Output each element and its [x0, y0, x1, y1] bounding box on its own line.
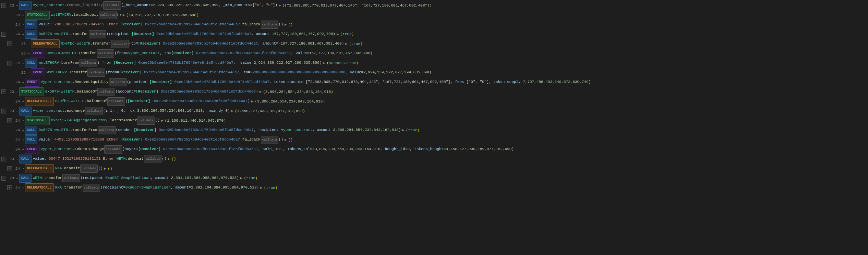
expand-btn-7[interactable]: − — [7, 61, 12, 65]
expand-btn-4[interactable]: − — [1, 32, 6, 37]
badge-staticcall-2: STATICCALL — [25, 11, 50, 20]
depth-10: 23 — [7, 88, 14, 96]
trace-row-18: + 24 → DELEGATECALL RKA.depositcalldata(… — [0, 164, 868, 173]
row-content-17: value: 60447.35317100279182151 Ether WET… — [33, 155, 167, 163]
depth-1: 23 — [7, 2, 14, 9]
trace-row-14: 24 → CALL 0x5979-wstETH.transferFromcall… — [0, 125, 868, 135]
trace-row-19: − 23 → CALL WETH.transfercalldata(recipi… — [0, 173, 868, 183]
trace-row-10: − 23 → STATICCALL 0x5979-wstETH.balanceO… — [0, 87, 868, 97]
depth-2: 24 — [13, 11, 20, 19]
badge-delegatecall-11: DELEGATECALL — [25, 97, 54, 106]
trace-row-17: − 23 → CALL value: 60447.353171002791821… — [0, 154, 868, 164]
depth-18: 24 — [13, 165, 20, 172]
row-content-4: 0x5979-wstETH.transfercalldata(recipient… — [39, 30, 335, 38]
calldata-badge-7[interactable]: calldata — [80, 59, 97, 67]
expand-btn-18[interactable]: + — [7, 166, 12, 171]
row-content-9: Vyper_contract.RemoveLiquiditycalldata(p… — [41, 78, 591, 86]
calldata-badge-18[interactable]: calldata — [80, 165, 98, 173]
depth-8: 25 — [19, 69, 26, 76]
calldata-badge-11[interactable]: calldata — [107, 97, 125, 106]
trace-row-5: − 25 → DELEGATECALL 0x0fbc-wstETH.transf… — [0, 39, 868, 49]
badge-delegatecall-18: DELEGATECALL — [25, 164, 54, 173]
depth-13: 24 — [13, 117, 20, 124]
calldata-badge-2[interactable]: calldata — [99, 11, 116, 19]
calldata-badge-15[interactable]: calldata — [261, 136, 278, 144]
calldata-badge-9[interactable]: calldata — [109, 78, 126, 86]
trace-row-8: 25 → EVENT wstETHCRV.Transfercalldata(fr… — [0, 68, 868, 77]
calldata-badge-13[interactable]: calldata — [137, 117, 155, 125]
calldata-badge-6[interactable]: calldata — [97, 49, 114, 58]
badge-call-14: CALL — [25, 126, 37, 135]
trace-row-7: − 24 → CALL wstETHCRV.burnFromcalldata(_… — [0, 58, 868, 68]
row-content-16: Vyper_contract.TokenExchangecalldata(buy… — [41, 145, 514, 154]
badge-call-4: CALL — [25, 30, 37, 39]
trace-row-9: 24 → EVENT Vyper_contract.RemoveLiquidit… — [0, 77, 868, 87]
row-content-3: value: 2865.80577001267849415 Ether [Rec… — [39, 21, 283, 29]
badge-event-6: EVENT — [31, 49, 45, 58]
calldata-badge-8[interactable]: calldata — [87, 69, 105, 77]
depth-4: 24 — [13, 31, 20, 38]
row-content-20: RKA.transfercalldata(recipient=0xa067-Sw… — [55, 184, 259, 192]
calldata-badge-19[interactable]: calldata — [62, 174, 80, 182]
row-content-5: 0x0fbc-wstETH.transfercalldata(to=[Recei… — [61, 40, 344, 48]
badge-staticcall-10: STATICCALL — [19, 87, 44, 96]
calldata-badge-16[interactable]: calldata — [104, 145, 122, 154]
calldata-badge-5[interactable]: calldata — [111, 40, 129, 48]
calldata-badge-12[interactable]: calldata — [85, 107, 103, 115]
depth-11: 24 — [13, 98, 20, 105]
depth-15: 24 — [13, 136, 20, 144]
badge-call-12: CALL — [19, 107, 32, 116]
calldata-badge-20[interactable]: calldata — [83, 184, 100, 192]
row-content-8: wstETHCRV.Transfercalldata(from=[Receive… — [47, 69, 432, 77]
depth-14: 24 — [13, 126, 20, 134]
row-content-12: Vyper_contract.exchangecalldata(i=1, j=0… — [33, 107, 230, 115]
badge-call-3: CALL — [25, 20, 37, 29]
calldata-badge-3[interactable]: calldata — [261, 21, 278, 29]
badge-event-16: EVENT — [25, 145, 39, 154]
badge-delegatecall-20: DELEGATECALL — [25, 183, 54, 192]
expand-btn-5[interactable]: − — [7, 41, 12, 46]
trace-row-13: + 24 → STATICCALL 0xb155-EACAggregatorPr… — [0, 116, 868, 125]
row-content-14: 0x5979-wstETH.transferFromcalldata(sende… — [39, 126, 401, 134]
expand-btn-17[interactable]: − — [1, 157, 6, 161]
trace-row-6: 26 → EVENT 0x5979-wstETH.Transfercalldat… — [0, 49, 868, 58]
badge-event-9: EVENT — [25, 78, 39, 87]
badge-call-15: CALL — [25, 135, 37, 144]
badge-call-1: CALL — [19, 1, 32, 10]
badge-call-17: CALL — [19, 155, 32, 163]
calldata-badge-10[interactable]: calldata — [97, 88, 115, 96]
calldata-badge[interactable]: calldata — [103, 1, 121, 10]
depth-5: 25 — [19, 40, 26, 48]
row-content-11: 0x0fbc-wstETH.balanceOfcalldata([Receive… — [55, 97, 250, 106]
row-content-19: WETH.transfercalldata(recipient=0xa067-S… — [33, 174, 239, 182]
trace-row-3: 24 → CALL value: 2865.80577001267849415 … — [0, 20, 868, 29]
depth-9: 24 — [13, 78, 20, 86]
depth-19: 23 — [7, 174, 14, 182]
row-content-10: 0x5979-wstETH.balanceOfcalldata(account=… — [45, 88, 258, 96]
badge-event-8: EVENT — [31, 68, 45, 77]
row-content-18: RKA.depositcalldata() — [55, 165, 103, 173]
expand-btn-20[interactable]: + — [7, 185, 12, 190]
row-content-13: 0xb155-EACAggregatorProxy.latestAnswerca… — [51, 117, 160, 125]
trace-row-11: 24 → DELEGATECALL 0x0fbc-wstETH.balanceO… — [0, 97, 868, 106]
expand-btn-12[interactable]: − — [1, 109, 6, 113]
row-content-1: Vyper_contract.remove_liquiditycalldata(… — [33, 1, 277, 10]
depth-12: 23 — [7, 107, 14, 115]
badge-staticcall-13: STATICCALL — [25, 116, 50, 125]
expand-btn-1[interactable]: − — [1, 3, 6, 8]
calldata-badge-17[interactable]: calldata — [144, 155, 161, 163]
trace-row-15: 24 → CALL value: 4458.12703818997718269 … — [0, 135, 868, 145]
badge-call-7: CALL — [25, 59, 37, 68]
expand-btn-13[interactable]: + — [7, 118, 12, 123]
trace-row-1: − 23 → CALL Vyper_contract.remove_liquid… — [0, 1, 868, 10]
trace-container: − 23 → CALL Vyper_contract.remove_liquid… — [0, 0, 868, 193]
expand-btn-10[interactable]: − — [1, 89, 6, 94]
expand-btn-19[interactable]: − — [1, 176, 6, 181]
calldata-badge-4[interactable]: calldata — [89, 30, 106, 38]
depth-3: 24 — [13, 21, 20, 28]
row-content-7: wstETHCRV.burnFromcalldata(_from=[Receiv… — [39, 59, 322, 67]
depth-6: 26 — [19, 50, 26, 57]
calldata-badge-14[interactable]: calldata — [98, 126, 115, 134]
trace-row-16: 24 → EVENT Vyper_contract.TokenExchangec… — [0, 145, 868, 154]
trace-row-2: 24 → STATICCALL wstETHCRV.totalSupplycal… — [0, 10, 868, 20]
